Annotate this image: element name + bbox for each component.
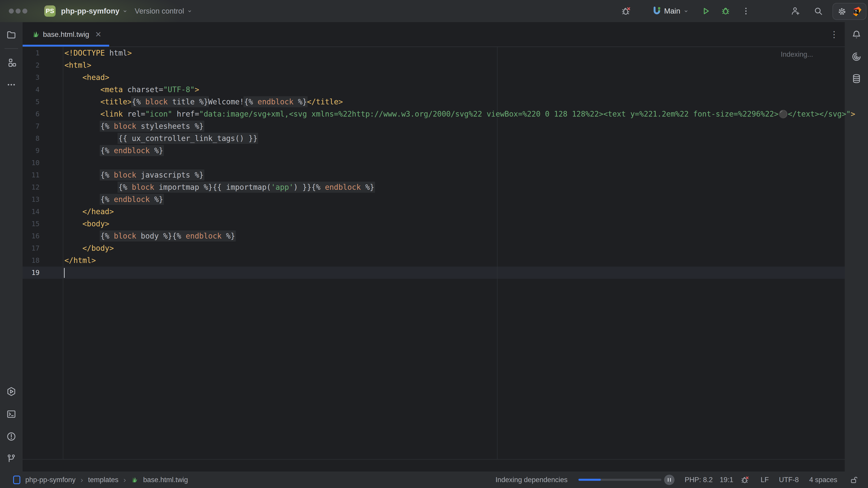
encoding-widget[interactable]: UTF-8 <box>779 471 799 488</box>
git-branch-icon <box>6 453 17 464</box>
line-ending-widget[interactable]: LF <box>761 471 769 488</box>
line-number[interactable]: 15 <box>23 218 39 230</box>
line-number[interactable]: 3 <box>23 71 39 84</box>
twig-fragment: {% block title %} <box>131 96 209 107</box>
line-number[interactable]: 9 <box>23 144 39 157</box>
line-number[interactable]: 1 <box>23 47 39 59</box>
version-control-widget[interactable]: Version control <box>135 0 193 22</box>
line-number[interactable]: 6 <box>23 108 39 120</box>
highlighting-level-widget[interactable] <box>741 471 749 488</box>
line-number[interactable]: 5 <box>23 96 39 108</box>
code-line[interactable] <box>64 267 855 279</box>
unlocked-padlock-icon <box>849 475 859 484</box>
chevron-down-icon <box>683 8 689 14</box>
project-tool-button[interactable] <box>3 27 20 43</box>
version-control-label: Version control <box>135 7 184 15</box>
code-line[interactable]: {% block stylesheets %} <box>64 120 855 132</box>
problems-icon <box>6 431 17 442</box>
code-line[interactable]: <html> <box>64 59 855 71</box>
line-number[interactable]: 18 <box>23 254 39 267</box>
bug-disabled-icon <box>621 6 631 16</box>
code-line[interactable]: <head> <box>64 71 855 84</box>
debug-button[interactable] <box>720 6 731 17</box>
breadcrumb-file[interactable]: base.html.twig <box>143 476 188 484</box>
status-bar: php-pp-symfony › templates › base.html.t… <box>0 471 868 488</box>
code-line[interactable]: </body> <box>64 242 855 254</box>
title-bar: PS php-pp-symfony Version control <box>0 0 868 22</box>
git-tool-button[interactable] <box>3 451 20 467</box>
bug-disabled-icon <box>741 475 749 484</box>
settings-button[interactable] <box>837 6 847 17</box>
code-line[interactable]: <link rel="icon" href="data:image/svg+xm… <box>64 108 855 120</box>
line-number[interactable]: 13 <box>23 193 39 205</box>
notifications-button[interactable] <box>848 27 865 43</box>
problems-tool-button[interactable] <box>3 428 20 445</box>
services-tool-button[interactable] <box>3 383 20 400</box>
twig-fragment: {% endblock %} <box>100 194 164 205</box>
code-line[interactable]: {% endblock %} <box>64 144 855 157</box>
terminal-icon <box>6 409 17 419</box>
jetbrains-menu-button[interactable] <box>851 6 862 17</box>
stripe-divider <box>4 48 18 49</box>
line-number[interactable]: 2 <box>23 59 39 71</box>
line-number[interactable]: 17 <box>23 242 39 254</box>
pause-indexing-button[interactable] <box>664 475 675 485</box>
code-line[interactable] <box>64 157 855 169</box>
search-everywhere-button[interactable] <box>813 6 824 17</box>
folder-icon <box>6 30 17 40</box>
more-actions-button[interactable] <box>741 6 751 17</box>
code-area[interactable]: <!DOCTYPE html><html> <head> <meta chars… <box>64 47 855 279</box>
gutter: 12345678910111213141516171819 <box>23 47 39 279</box>
code-line[interactable]: {{ ux_controller_link_tags() }} <box>64 132 855 144</box>
breadcrumb-folder[interactable]: templates <box>88 476 119 484</box>
line-number[interactable]: 4 <box>23 84 39 96</box>
line-number[interactable]: 16 <box>23 230 39 242</box>
terminal-tool-button[interactable] <box>3 406 20 422</box>
window-close-button[interactable] <box>9 8 14 13</box>
structure-tool-button[interactable] <box>3 55 20 71</box>
caret-position-widget[interactable]: 19:1 <box>720 471 733 488</box>
code-line[interactable]: <!DOCTYPE html> <box>64 47 855 59</box>
window-minimize-button[interactable] <box>16 8 21 13</box>
tab-options-button[interactable]: ⋮ <box>830 22 838 46</box>
breadcrumb-project[interactable]: php-pp-symfony <box>25 476 75 484</box>
tab-close-icon[interactable]: ✕ <box>95 30 102 39</box>
code-line[interactable]: </head> <box>64 205 855 218</box>
line-number[interactable]: 14 <box>23 205 39 218</box>
no-inspections-button[interactable] <box>621 6 631 17</box>
line-number[interactable]: 8 <box>23 132 39 144</box>
code-line[interactable]: {% block body %}{% endblock %} <box>64 230 855 242</box>
run-button[interactable] <box>700 6 711 17</box>
gear-icon <box>837 6 847 17</box>
code-line[interactable]: {% block javascripts %} <box>64 169 855 181</box>
twig-fragment: {% block stylesheets %} <box>100 121 204 132</box>
chevron-down-icon <box>122 8 128 14</box>
line-number[interactable]: 10 <box>23 157 39 169</box>
line-number[interactable]: 12 <box>23 181 39 193</box>
line-number[interactable]: 7 <box>23 120 39 132</box>
project-icon[interactable]: PS <box>44 5 56 17</box>
twig-fragment: {{ ux_controller_link_tags() }} <box>118 133 258 144</box>
line-number[interactable]: 19 <box>23 267 39 279</box>
code-line[interactable]: <body> <box>64 218 855 230</box>
project-widget[interactable]: php-pp-symfony <box>61 0 128 22</box>
code-line[interactable]: <title>{% block title %}Welcome!{% endbl… <box>64 96 855 108</box>
window-zoom-button[interactable] <box>22 8 27 13</box>
editor-tab-bar: base.html.twig ✕ ⋮ <box>23 22 845 47</box>
code-line[interactable]: {% block importmap %}{{ importmap('app')… <box>64 181 855 193</box>
line-number[interactable]: 11 <box>23 169 39 181</box>
run-configuration-selector[interactable]: Main <box>664 0 689 22</box>
tab-base-html-twig[interactable]: base.html.twig ✕ <box>23 22 109 46</box>
code-with-me-button[interactable] <box>790 6 801 17</box>
code-line[interactable]: </html> <box>64 254 855 267</box>
code-line[interactable]: {% endblock %} <box>64 193 855 205</box>
indent-widget[interactable]: 4 spaces <box>809 471 837 488</box>
code-line[interactable]: <meta charset="UTF-8"> <box>64 84 855 96</box>
pause-icon <box>668 478 669 482</box>
more-tool-windows-button[interactable] <box>3 76 20 93</box>
php-version-widget[interactable]: PHP: 8.2 <box>685 471 713 488</box>
indexing-progress-fill <box>579 479 601 481</box>
editor-pane[interactable]: 12345678910111213141516171819 <!DOCTYPE … <box>23 47 845 471</box>
twig-fragment: {% endblock %} <box>243 96 308 107</box>
readonly-toggle[interactable] <box>849 471 859 488</box>
